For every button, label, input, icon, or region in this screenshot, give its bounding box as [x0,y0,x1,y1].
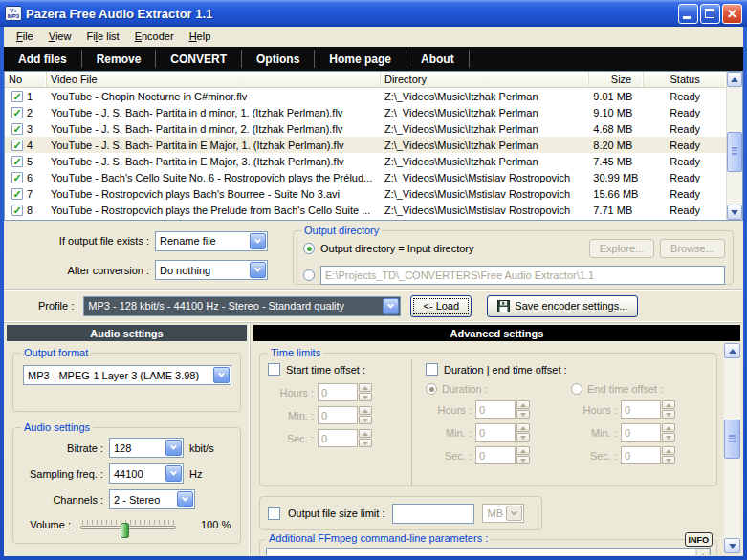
start-time-offset-checkbox[interactable] [268,363,280,376]
custom-directory-field[interactable]: E:\Projects_TD\_CONVERTERS\Free Audio Ex… [320,266,725,285]
row-checkbox-checked[interactable] [11,123,23,135]
scroll-up-icon[interactable] [724,343,740,358]
duration-radio[interactable] [426,383,437,395]
spinner-buttons[interactable] [662,446,675,464]
spin-field[interactable]: 0 [621,446,661,464]
duration-end-checkbox[interactable] [426,363,438,376]
row-checkbox-checked[interactable] [11,156,23,167]
scroll-up-icon[interactable] [727,72,742,87]
column-header-status[interactable]: Status [644,72,726,87]
column-header-directory[interactable]: Directory [381,72,589,87]
menu-file[interactable]: File [10,29,40,44]
spin-field[interactable]: 0 [475,400,516,419]
spin-up-icon[interactable] [662,400,675,409]
spin-down-icon[interactable] [662,456,675,464]
bitrate-combo[interactable]: 128 [109,438,184,458]
row-checkbox-checked[interactable] [11,205,23,216]
spinner-buttons[interactable] [516,400,530,419]
toolbar-options-button[interactable]: Options [242,47,314,71]
spin-field[interactable]: 0 [475,446,516,464]
row-checkbox-checked[interactable] [11,172,23,183]
spinner-buttons[interactable] [516,446,530,464]
maximize-button[interactable] [700,4,720,24]
spin-up-icon[interactable] [516,400,530,409]
radio-custom-directory[interactable] [303,269,315,281]
sampling-combo[interactable]: 44100 [109,463,184,484]
table-row[interactable]: 7YouTube - Rostropovich plays Bach's Bou… [5,185,726,202]
chevron-down-icon[interactable] [250,262,266,278]
scrollbar-thumb[interactable] [727,132,742,172]
spin-up-icon[interactable] [662,446,675,455]
channels-combo[interactable]: 2 - Stereo [109,489,195,509]
row-checkbox-checked[interactable] [11,140,23,151]
browse-button[interactable]: Browse... [660,239,725,258]
toolbar-convert-button[interactable]: CONVERT [156,47,241,71]
scroll-up-icon[interactable] [696,549,710,555]
chevron-down-icon[interactable] [165,440,182,456]
spin-up-icon[interactable] [516,423,530,432]
column-header-videofile[interactable]: Video File [47,72,381,87]
spinner-buttons[interactable] [359,406,372,424]
ffmpeg-params-textarea[interactable] [267,549,695,555]
menu-encoder[interactable]: Encoder [128,29,181,44]
spin-down-icon[interactable] [359,393,372,401]
table-row[interactable]: 5YouTube - J. S. Bach- Partita in E Majo… [5,153,726,169]
chevron-down-icon[interactable] [177,491,193,507]
chevron-down-icon[interactable] [213,367,230,383]
volume-slider[interactable] [80,520,176,529]
spin-down-icon[interactable] [662,433,675,442]
spin-down-icon[interactable] [516,410,530,419]
scrollbar-thumb[interactable] [724,420,740,459]
minimize-button[interactable] [678,4,698,24]
profile-combo[interactable]: MP3 - 128 kbit/s - 44100 Hz - Stereo - S… [83,296,401,316]
size-limit-input[interactable] [392,504,474,524]
chevron-down-icon[interactable] [165,465,182,482]
table-row[interactable]: 8YouTube - Rostropovich plays the Prelud… [5,202,726,218]
spinner-buttons[interactable] [662,423,675,442]
chevron-down-icon[interactable] [250,233,266,249]
spin-field[interactable]: 0 [621,423,661,442]
table-row[interactable]: 3YouTube - J. S. Bach- Partita in d mino… [5,120,726,137]
table-row[interactable]: 4YouTube - J. S. Bach- Partita in E Majo… [5,137,726,153]
toolbar-remove-button[interactable]: Remove [82,47,156,71]
toolbar-add-files-button[interactable]: Add files [4,47,81,71]
spin-field[interactable]: 0 [318,383,358,401]
after-conversion-combo[interactable]: Do nothing [155,260,268,280]
table-row[interactable]: 6YouTube - Bach's Cello Suite No. 6 - Ro… [5,169,726,185]
spinner-buttons[interactable] [359,383,372,401]
spin-up-icon[interactable] [359,406,372,415]
spinner-buttons[interactable] [662,400,675,419]
size-unit-combo[interactable]: MB [482,504,524,523]
spin-down-icon[interactable] [662,410,675,419]
spin-down-icon[interactable] [516,456,530,464]
size-limit-checkbox[interactable] [268,507,280,520]
spin-field[interactable]: 0 [621,400,661,419]
spin-up-icon[interactable] [516,446,530,455]
spin-down-icon[interactable] [359,416,372,424]
file-list-scrollbar[interactable] [726,72,742,220]
row-checkbox-checked[interactable] [11,188,23,200]
radio-output-equals-input[interactable] [303,243,315,254]
scroll-down-icon[interactable] [724,538,740,553]
output-format-combo[interactable]: MP3 - MPEG-1 Layer 3 (LAME 3.98) [23,365,231,385]
menu-view[interactable]: View [42,29,78,44]
spin-down-icon[interactable] [516,433,530,442]
if-exists-combo[interactable]: Rename file [155,231,268,251]
spin-down-icon[interactable] [359,439,372,447]
load-button[interactable]: <- Load [410,295,472,317]
chevron-down-icon[interactable] [383,298,399,314]
explore-button[interactable]: Explore... [589,239,654,258]
column-header-no[interactable]: No [5,72,47,87]
advanced-panel-scrollbar[interactable] [724,343,740,553]
spin-field[interactable]: 0 [318,406,358,424]
close-button[interactable]: ✕ [722,4,742,24]
row-checkbox-checked[interactable] [11,91,23,102]
spin-up-icon[interactable] [359,383,372,392]
toolbar-home-page-button[interactable]: Home page [315,47,406,71]
spinner-buttons[interactable] [359,429,372,447]
toolbar-about-button[interactable]: About [406,47,469,71]
column-header-size[interactable]: Size [589,72,644,87]
save-encoder-settings-button[interactable]: Save encoder settings... [487,295,638,317]
end-time-offset-radio[interactable] [571,383,582,395]
menu-file-list[interactable]: File list [79,29,125,44]
